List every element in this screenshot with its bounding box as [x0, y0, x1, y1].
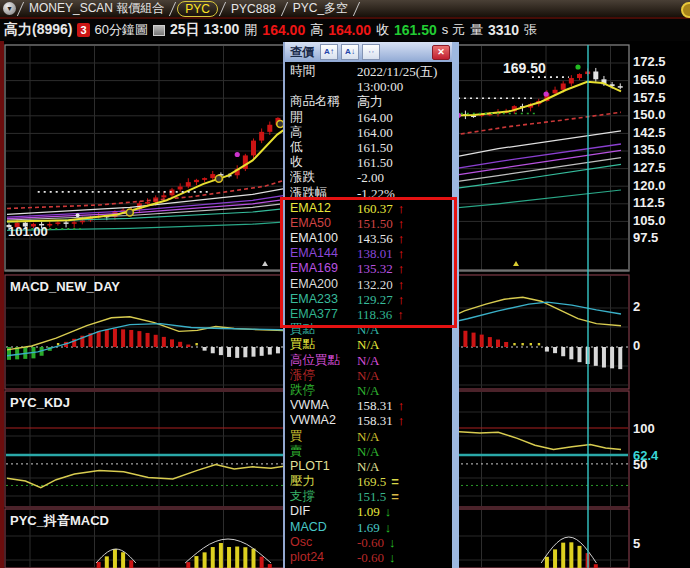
svg-text:PYC_KDJ: PYC_KDJ: [10, 395, 70, 410]
tab-pyc[interactable]: PYC: [177, 1, 218, 17]
svg-text:150.0: 150.0: [633, 107, 666, 122]
quote-row: MACD1.69↓: [290, 520, 452, 535]
quote-row: 漲跌-2.00: [290, 170, 452, 185]
left-border-strip: [0, 41, 4, 568]
tab-money-scan[interactable]: MONEY_SCAN 報價組合: [21, 0, 172, 17]
quote-row: 漲停N/A: [290, 368, 452, 383]
close-label: 收: [376, 21, 389, 39]
svg-text:157.5: 157.5: [633, 90, 666, 105]
quote-row: 低161.50: [290, 140, 452, 155]
volume-value: 3310: [488, 22, 519, 38]
svg-text:120.0: 120.0: [633, 178, 666, 193]
svg-text:127.5: 127.5: [633, 160, 666, 175]
high-value: 164.00: [328, 22, 371, 38]
fit-width-button[interactable]: ⇔: [362, 44, 380, 60]
high-label: 高: [310, 21, 323, 39]
svg-text:169.50: 169.50: [503, 60, 546, 76]
quote-row: plot24-0.60↓: [290, 550, 452, 565]
svg-text:MACD_NEW_DAY: MACD_NEW_DAY: [10, 279, 120, 294]
clock-icon[interactable]: [681, 2, 690, 18]
timeframe-label[interactable]: 60分鐘圖: [95, 21, 148, 39]
svg-text:100: 100: [633, 421, 655, 436]
quote-row: 跌停N/A: [290, 383, 452, 398]
svg-text:165.0: 165.0: [633, 72, 666, 87]
quote-row: DIF1.09↓: [290, 504, 452, 519]
quote-row: 13:00:00: [290, 79, 452, 94]
svg-text:PYC_抖音MACD: PYC_抖音MACD: [10, 513, 109, 528]
quote-popup-titlebar[interactable]: 查價 A↑ A↓ ⇔ ✕: [285, 42, 452, 62]
quote-row: Osc-0.60↓: [290, 535, 452, 550]
font-increase-button[interactable]: A↑: [320, 44, 338, 60]
tab-pyc-duokong[interactable]: PYC_多空: [285, 0, 356, 17]
svg-text:5: 5: [633, 536, 640, 551]
quote-row: 商品名稱高力: [290, 94, 452, 109]
close-value: 161.50: [394, 22, 437, 38]
svg-text:0: 0: [633, 338, 640, 353]
svg-text:105.0: 105.0: [633, 213, 666, 228]
svg-text:172.5: 172.5: [633, 54, 666, 69]
open-value: 164.00: [262, 22, 305, 38]
bar-datetime: 25日 13:00: [170, 21, 239, 39]
quote-row: 高164.00: [290, 125, 452, 140]
svg-text:101.00: 101.00: [8, 224, 48, 239]
quote-row: 時間2022/11/25(五): [290, 64, 452, 79]
svg-text:50: 50: [633, 457, 647, 472]
chart-type-icon[interactable]: [153, 25, 165, 36]
quote-row: 開164.00: [290, 110, 452, 125]
close-icon[interactable]: ✕: [432, 45, 450, 60]
tab-pyc888[interactable]: PYC888: [223, 2, 284, 16]
font-decrease-button[interactable]: A↓: [341, 44, 359, 60]
info-bar: 高力(8996) 3 60分鐘圖 25日 13:00 開 164.00 高 16…: [0, 19, 690, 41]
volume-unit: 張: [524, 21, 537, 39]
svg-text:112.5: 112.5: [633, 195, 665, 210]
unit-label: s 元: [442, 21, 465, 39]
svg-text:142.5: 142.5: [633, 125, 666, 140]
open-label: 開: [244, 21, 257, 39]
svg-text:2: 2: [633, 299, 640, 314]
quote-row: 賣N/A: [290, 444, 452, 459]
tab-dropdown-button[interactable]: ▾: [3, 2, 16, 15]
quote-row: 壓力169.5=: [290, 474, 452, 489]
quote-row: VWMA158.31↑: [290, 398, 452, 413]
symbol-name: 高力(8996): [4, 21, 72, 39]
quote-row: 收161.50: [290, 155, 452, 170]
quote-row: PLOT1N/A: [290, 459, 452, 474]
quote-row: 支撐151.5=: [290, 489, 452, 504]
quote-row: 高位買點N/A: [290, 353, 452, 368]
popup-title: 查價: [290, 44, 314, 61]
tab-bar: ▾ MONEY_SCAN 報價組合 PYC PYC888 PYC_多空: [0, 0, 690, 19]
quote-row: 買點N/A: [290, 337, 452, 352]
volume-label: 量: [470, 21, 483, 39]
svg-text:97.5: 97.5: [633, 230, 658, 245]
quote-row: 買N/A: [290, 429, 452, 444]
quote-row: VWMA2158.31↑: [290, 413, 452, 428]
alert-badge[interactable]: 3: [77, 23, 89, 37]
svg-text:135.0: 135.0: [633, 142, 666, 157]
ema-highlight-box: [280, 197, 457, 328]
